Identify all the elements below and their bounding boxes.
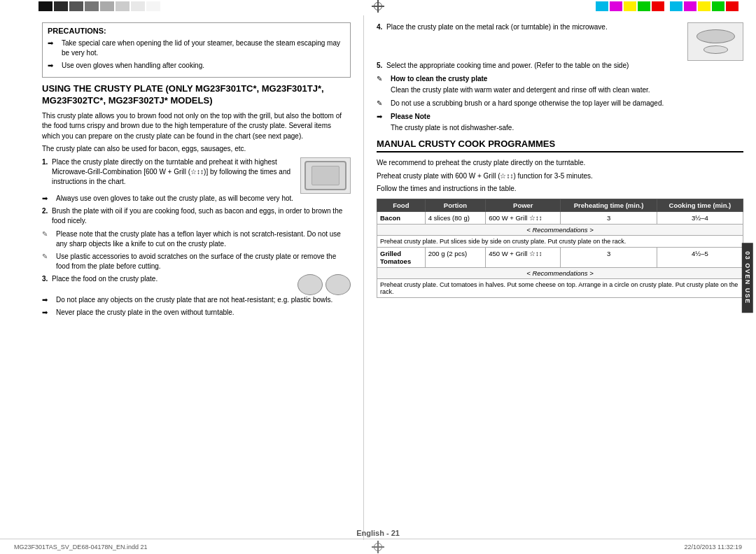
step1-block: 1. Place the crusty plate directly on th… [42, 157, 351, 194]
manual-intro-1: We recommend to preheat the crusty plate… [377, 158, 743, 169]
color-block [85, 1, 99, 11]
arrow-icon: ➡ [48, 61, 59, 71]
arrow-icon: ➡ [42, 308, 53, 318]
step5: 5. Select the appropriate cooking time a… [377, 61, 743, 71]
color-block [131, 1, 145, 11]
rack-icon [696, 29, 735, 43]
please-note-text: The crusty plate is not dishwasher-safe. [391, 123, 514, 133]
plate-icon [326, 274, 351, 295]
plate-icon [704, 45, 728, 54]
precautions-box: PRECAUTIONS: ➡ Take special care when op… [42, 22, 351, 78]
color-block [115, 1, 130, 11]
manual-intro-2: Preheat crusty plate with 600 W + Grill … [377, 171, 743, 182]
power-cell: 600 W + Grill ☆↕↕ [486, 211, 561, 224]
plastic-note: ✎ Use plastic accessories to avoid scrat… [42, 252, 351, 271]
manual-intro-3: Follow the times and instructions in the… [377, 184, 743, 194]
food-cell: GrilledTomatoes [377, 247, 426, 267]
step-number: 3. [42, 274, 52, 284]
arrow-icon: ➡ [377, 112, 388, 122]
teflon-note: ✎ Please note that the crusty plate has … [42, 229, 351, 249]
cook-cell: 3½–4 [657, 211, 743, 224]
footer-right: 22/10/2013 11:32:19 [684, 544, 742, 551]
step3-block: 3. Place the food on the crusty plate. [42, 274, 351, 295]
note-row: Preheat crusty plate. Put slices side by… [377, 235, 743, 247]
table-row: GrilledTomatoes 200 g (2 pcs) 450 W + Gr… [377, 247, 743, 267]
note-row: Preheat crusty plate. Cut tomatoes in ha… [377, 278, 743, 297]
page-content: PRECAUTIONS: ➡ Take special care when op… [0, 15, 756, 540]
step1-note: ➡ Always use oven gloves to take out the… [42, 194, 351, 204]
color-block [652, 1, 664, 11]
intro-para-2: The crusty plate can also be used for ba… [42, 144, 351, 155]
recommendation-row: < Recommendations > [377, 224, 743, 235]
plate-icon [298, 274, 323, 295]
color-block [38, 1, 52, 11]
color-block [69, 1, 83, 11]
no-scrubbing-note: ✎ Do not use a scrubbing brush or a hard… [377, 99, 743, 108]
precaution-item-1: ➡ Take special care when opening the lid… [48, 38, 345, 58]
arrow-icon: ➡ [48, 38, 59, 48]
page-number: English - 21 [356, 529, 400, 537]
color-block [670, 1, 682, 11]
step3: 3. Place the food on the crusty plate. [42, 274, 292, 284]
step1: 1. Place the crusty plate directly on th… [42, 157, 296, 187]
recommendation-cell: < Recommendations > [377, 224, 743, 235]
preheat-cell: 3 [561, 211, 657, 224]
color-block [596, 1, 608, 11]
footer-left: MG23F301TAS_SV_DE68-04178N_EN.indd 21 [14, 544, 147, 551]
section-title-crusty: USING THE CRUSTY PLATE (ONLY MG23F301TC*… [42, 83, 351, 107]
please-note-box: ➡ Please Note The crusty plate is not di… [377, 112, 743, 133]
food-cell: Bacon [377, 211, 426, 224]
step4-image [687, 22, 743, 61]
step4-block: 4. Place the crusty plate on the metal r… [377, 22, 743, 61]
no-oven-note: ➡ Never place the crusty plate in the ov… [42, 308, 351, 318]
no-plastic-note: ➡ Do not place any objects on the crusty… [42, 295, 351, 305]
color-block [54, 1, 68, 11]
intro-para-1: This crusty plate allows you to brown fo… [42, 111, 351, 142]
power-cell: 450 W + Grill ☆↕↕ [486, 247, 561, 267]
col-power: Power [486, 199, 561, 211]
table-row: Bacon 4 slices (80 g) 600 W + Grill ☆↕↕ … [377, 211, 743, 224]
step2: 2. Brush the plate with oil if you are c… [42, 206, 351, 226]
note-cell: Preheat crusty plate. Put slices side by… [377, 235, 743, 247]
top-color-bar [0, 0, 756, 13]
please-note-title: Please Note [391, 112, 514, 122]
how-to-clean-box: ✎ How to clean the crusty plate Clean th… [377, 74, 743, 95]
arrow-icon: ➡ [42, 194, 53, 204]
microwave-inner [312, 166, 340, 185]
note-icon: ✎ [42, 229, 53, 239]
portion-cell: 200 g (2 pcs) [425, 247, 485, 267]
no-scrubbing-text: Do not use a scrubbing brush or a hard s… [391, 99, 664, 108]
col-cook: Cooking time (min.) [657, 199, 743, 211]
note-icon: ✎ [42, 252, 53, 262]
color-block [726, 1, 738, 11]
how-to-clean-content: How to clean the crusty plate Clean the … [391, 74, 650, 95]
precaution-item-2: ➡ Use oven gloves when handling after co… [48, 61, 345, 71]
note-icon: ✎ [377, 74, 388, 84]
portion-cell: 4 slices (80 g) [425, 211, 485, 224]
precautions-title: PRECAUTIONS: [48, 27, 345, 35]
how-to-clean-text: Clean the crusty plate with warm water a… [391, 85, 650, 95]
color-block [624, 1, 636, 11]
color-block [684, 1, 696, 11]
color-block [146, 1, 160, 11]
color-block [638, 1, 650, 11]
arrow-icon: ➡ [42, 295, 53, 305]
note-icon: ✎ [377, 99, 388, 108]
step4: 4. Place the crusty plate on the metal r… [377, 22, 682, 32]
step-number: 1. [42, 157, 52, 167]
col-food: Food [377, 199, 426, 211]
plates-image [298, 274, 351, 295]
color-block [610, 1, 622, 11]
col-portion: Portion [425, 199, 485, 211]
note-cell: Preheat crusty plate. Cut tomatoes in ha… [377, 278, 743, 297]
cook-table: Food Portion Power Preheating time (min.… [377, 199, 743, 298]
microwave-icon [304, 161, 346, 190]
step1-image [300, 157, 351, 194]
right-column: 4. Place the crusty plate on the metal r… [364, 15, 756, 540]
color-block [698, 1, 710, 11]
step-number: 4. [377, 22, 386, 32]
manual-title: MANUAL CRUSTY COOK PROGRAMMES [377, 138, 743, 152]
recommendation-row: < Recommendations > [377, 267, 743, 278]
center-crosshair-bottom [372, 541, 384, 553]
please-note-content: Please Note The crusty plate is not dish… [391, 112, 514, 133]
